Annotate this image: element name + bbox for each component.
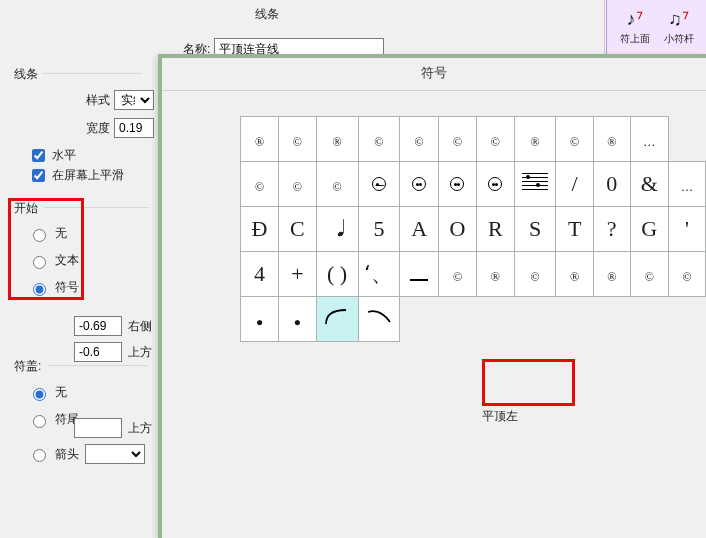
eighth-note-icon: ♪⁷ — [627, 8, 643, 30]
symbol-cell[interactable] — [400, 252, 439, 297]
beam-notes-icon: ♫⁷ — [668, 8, 689, 30]
smooth-checkbox-input[interactable] — [32, 169, 45, 182]
cap-none-radio[interactable]: 无 — [28, 384, 79, 401]
symbol-cell[interactable]: ( ) — [316, 252, 358, 297]
symbol-cell[interactable]: © — [358, 117, 400, 162]
symbol-cell[interactable]: Ð — [241, 207, 279, 252]
cap-none-input[interactable] — [33, 388, 46, 401]
symbol-cell[interactable]: S — [514, 207, 556, 252]
symbol-cell[interactable]: ' — [668, 207, 705, 252]
symbol-dialog: 符号 ®©®©©©©®©®…©©©/0&…ÐC𝅘𝅥𝅘𝅥5AORST?G'4+( … — [158, 54, 706, 538]
symbol-cell[interactable]: / — [556, 162, 593, 207]
symbol-cell[interactable]: © — [438, 117, 476, 162]
horizontal-checkbox-input[interactable] — [32, 149, 45, 162]
cap-tail-input[interactable] — [33, 415, 46, 428]
offset-y-suffix: 上方 — [128, 344, 152, 361]
symbol-cell[interactable]: + — [279, 252, 317, 297]
symbol-cell[interactable]: G — [630, 207, 668, 252]
style-select[interactable]: 实线 — [114, 90, 154, 110]
symbol-cell[interactable]: © — [630, 252, 668, 297]
horizontal-checkbox[interactable]: 水平 — [28, 146, 76, 165]
symbol-cell[interactable] — [316, 297, 358, 342]
start-text-input[interactable] — [33, 256, 46, 269]
style-row: 样式 实线 — [70, 90, 154, 110]
symbol-cell[interactable]: ® — [593, 117, 630, 162]
symbol-cell[interactable]: C — [279, 207, 317, 252]
annotation-highlight — [482, 359, 575, 406]
start-none-label: 无 — [55, 225, 67, 242]
start-group-title: 开始 — [14, 201, 38, 215]
symbol-cell[interactable]: … — [668, 162, 705, 207]
symbol-cell[interactable]: ʻ、 — [358, 252, 400, 297]
symbol-selected-caption: 平顶左 — [482, 408, 518, 425]
symbol-cell[interactable] — [358, 297, 400, 342]
symbol-cell — [668, 297, 705, 342]
symbol-cell[interactable]: 5 — [358, 207, 400, 252]
symbol-cell[interactable] — [476, 162, 514, 207]
symbol-cell[interactable] — [358, 162, 400, 207]
symbol-cell[interactable]: © — [668, 252, 705, 297]
symbol-cell[interactable]: © — [241, 162, 279, 207]
symbol-cell[interactable]: R — [476, 207, 514, 252]
symbol-cell[interactable]: ● — [279, 297, 317, 342]
symbol-cell[interactable]: ® — [476, 252, 514, 297]
symbol-cell — [514, 297, 556, 342]
smooth-checkbox[interactable]: 在屏幕上平滑 — [28, 166, 124, 185]
symbol-cell[interactable]: © — [316, 162, 358, 207]
toolbar-item-1-label: 符上面 — [620, 32, 650, 46]
symbol-cell[interactable]: ® — [316, 117, 358, 162]
symbol-cell[interactable]: ® — [514, 117, 556, 162]
toolbar-item-2[interactable]: ♫⁷ 小符杆 — [664, 8, 694, 46]
symbol-cell[interactable]: 0 — [593, 162, 630, 207]
symbol-cell[interactable]: T — [556, 207, 593, 252]
symbol-cell — [400, 297, 439, 342]
symbol-cell[interactable]: © — [279, 162, 317, 207]
cap-group: 符盖: — [14, 358, 41, 375]
symbol-cell[interactable]: © — [556, 117, 593, 162]
panel-title: 线条 — [255, 6, 279, 23]
offset-y-input[interactable] — [74, 342, 122, 362]
start-symbol-radio[interactable]: 符号 — [28, 279, 79, 296]
symbol-cell[interactable]: & — [630, 162, 668, 207]
cap-arrow-input[interactable] — [33, 449, 46, 462]
offset-x-input[interactable] — [74, 316, 122, 336]
symbol-cell[interactable]: © — [438, 252, 476, 297]
divider — [162, 90, 706, 91]
start-none-input[interactable] — [33, 229, 46, 242]
cap-arrow-select[interactable] — [85, 444, 145, 464]
divider — [48, 365, 148, 366]
start-text-radio[interactable]: 文本 — [28, 252, 79, 269]
width-input[interactable] — [114, 118, 154, 138]
start-symbol-label: 符号 — [55, 279, 79, 296]
symbol-cell[interactable]: © — [514, 252, 556, 297]
cap-tail-offset-suffix: 上方 — [128, 420, 152, 437]
line-group-title: 线条 — [14, 67, 38, 81]
symbol-cell[interactable]: 4 — [241, 252, 279, 297]
symbol-cell[interactable]: A — [400, 207, 439, 252]
cap-tail-offset-row: 上方 — [74, 418, 152, 438]
symbol-cell[interactable]: ® — [241, 117, 279, 162]
symbol-cell[interactable]: © — [476, 117, 514, 162]
symbol-cell[interactable]: ® — [556, 252, 593, 297]
symbol-cell[interactable]: ● — [241, 297, 279, 342]
start-none-radio[interactable]: 无 — [28, 225, 79, 242]
toolbar-item-1[interactable]: ♪⁷ 符上面 — [620, 8, 650, 46]
start-symbol-input[interactable] — [33, 283, 46, 296]
cap-tail-radio[interactable]: 符尾 — [28, 411, 79, 428]
symbol-cell[interactable]: … — [630, 117, 668, 162]
cap-tail-offset-input[interactable] — [74, 418, 122, 438]
symbol-cell[interactable]: ® — [593, 252, 630, 297]
width-row: 宽度 左 — [70, 118, 170, 138]
symbol-cell — [556, 297, 593, 342]
symbol-cell[interactable] — [514, 162, 556, 207]
symbol-cell[interactable] — [438, 162, 476, 207]
symbol-cell[interactable]: © — [400, 117, 439, 162]
cap-arrow-radio[interactable]: 箭头 — [28, 446, 79, 463]
symbol-cell[interactable]: ? — [593, 207, 630, 252]
width-label: 宽度 — [70, 120, 110, 137]
symbol-cell[interactable]: © — [279, 117, 317, 162]
symbol-cell[interactable] — [400, 162, 439, 207]
symbol-cell[interactable]: O — [438, 207, 476, 252]
offset-boxes: 右侧 上方 — [74, 316, 152, 368]
symbol-cell[interactable]: 𝅘𝅥𝅘𝅥 — [316, 207, 358, 252]
